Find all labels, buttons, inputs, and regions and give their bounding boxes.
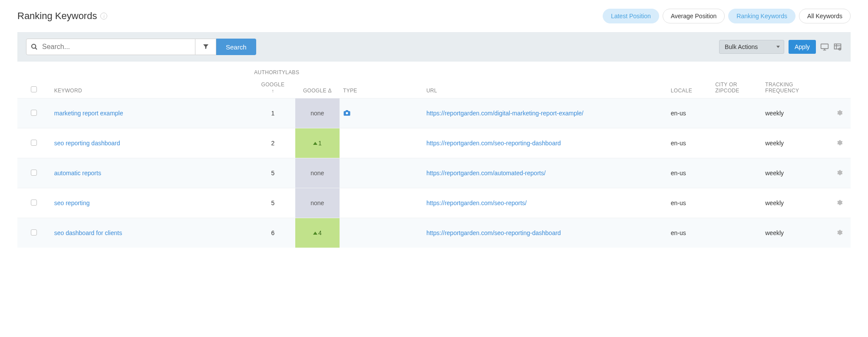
table-row: seo dashboard for clients64https://repor… — [17, 218, 851, 248]
keyword-link[interactable]: seo reporting — [54, 200, 90, 206]
toolbar: Search Bulk Actions Apply — [17, 32, 851, 62]
delta-value: none — [310, 170, 324, 177]
column-google[interactable]: GOOGLE ↑ — [251, 77, 295, 98]
frequency-value: weekly — [762, 128, 828, 158]
camera-icon[interactable] — [343, 109, 351, 117]
view-pill-3[interactable]: All Keywords — [799, 9, 851, 23]
locale-value: en-us — [667, 128, 712, 158]
google-delta-cell: none — [295, 188, 340, 218]
locale-value: en-us — [667, 218, 712, 248]
search-icon — [31, 43, 38, 50]
trend-up-icon — [313, 142, 317, 145]
table-row: seo reporting5nonehttps://reportgarden.c… — [17, 188, 851, 218]
city-value — [712, 158, 762, 188]
trend-up-icon — [313, 232, 317, 235]
delta-value: 4 — [318, 229, 322, 236]
filter-button[interactable] — [195, 39, 216, 55]
table-row: marketing report example1nonehttps://rep… — [17, 98, 851, 128]
frequency-value: weekly — [762, 188, 828, 218]
city-value — [712, 188, 762, 218]
locale-value: en-us — [667, 158, 712, 188]
column-city[interactable]: CITY OR ZIPCODE — [712, 77, 762, 98]
google-position: 1 — [251, 98, 295, 128]
bulk-actions-select[interactable]: Bulk Actions — [719, 40, 784, 54]
monitor-icon[interactable] — [820, 43, 829, 51]
google-position: 2 — [251, 128, 295, 158]
delta-value: none — [310, 200, 324, 206]
delta-value: 1 — [318, 140, 322, 147]
page-title: Ranking Keywords — [17, 10, 97, 22]
svg-point-9 — [346, 112, 348, 114]
google-delta-cell: none — [295, 158, 340, 188]
row-checkbox[interactable] — [31, 200, 37, 206]
gear-icon[interactable] — [836, 139, 843, 146]
gear-icon[interactable] — [836, 169, 843, 176]
url-link[interactable]: https://reportgarden.com/seo-reports/ — [426, 200, 527, 206]
view-pill-2[interactable]: Ranking Keywords — [728, 9, 795, 23]
column-url[interactable]: URL — [423, 77, 667, 98]
columns-settings-icon[interactable] — [833, 43, 842, 51]
city-value — [712, 98, 762, 128]
frequency-value: weekly — [762, 218, 828, 248]
column-keyword[interactable]: KEYWORD — [51, 77, 251, 98]
select-all-checkbox[interactable] — [31, 86, 37, 92]
gear-icon[interactable] — [836, 199, 843, 206]
keyword-link[interactable]: automatic reports — [54, 170, 101, 177]
search-button[interactable]: Search — [216, 39, 256, 55]
google-position: 6 — [251, 218, 295, 248]
sort-asc-icon: ↑ — [272, 88, 274, 93]
gear-icon[interactable] — [836, 109, 843, 116]
keyword-link[interactable]: seo reporting dashboard — [54, 140, 120, 147]
locale-value: en-us — [667, 188, 712, 218]
delta-value: none — [310, 110, 324, 117]
google-position: 5 — [251, 188, 295, 218]
gear-icon[interactable] — [836, 229, 843, 236]
view-pill-group: Latest PositionAverage PositionRanking K… — [603, 9, 851, 23]
info-icon[interactable]: i — [100, 13, 107, 20]
keyword-link[interactable]: seo dashboard for clients — [54, 229, 122, 236]
column-locale[interactable]: LOCALE — [667, 77, 712, 98]
google-delta-cell: 4 — [295, 218, 340, 248]
url-link[interactable]: https://reportgarden.com/seo-reporting-d… — [426, 229, 561, 236]
city-value — [712, 128, 762, 158]
row-checkbox[interactable] — [31, 229, 37, 236]
frequency-value: weekly — [762, 158, 828, 188]
column-google-delta[interactable]: GOOGLE Δ — [295, 77, 340, 98]
apply-button[interactable]: Apply — [789, 40, 816, 54]
city-value — [712, 218, 762, 248]
filter-icon — [202, 43, 209, 51]
row-checkbox[interactable] — [31, 110, 37, 116]
svg-line-1 — [35, 48, 37, 49]
row-checkbox[interactable] — [31, 170, 37, 176]
locale-value: en-us — [667, 98, 712, 128]
url-link[interactable]: https://reportgarden.com/automated-repor… — [426, 170, 546, 177]
frequency-value: weekly — [762, 98, 828, 128]
view-pill-1[interactable]: Average Position — [663, 9, 725, 23]
svg-point-0 — [32, 44, 36, 48]
row-checkbox[interactable] — [31, 140, 37, 146]
google-delta-cell: 1 — [295, 128, 340, 158]
table-row: seo reporting dashboard21https://reportg… — [17, 128, 851, 158]
svg-rect-2 — [821, 44, 828, 49]
search-input[interactable] — [38, 39, 195, 54]
view-pill-0[interactable]: Latest Position — [603, 9, 659, 23]
url-link[interactable]: https://reportgarden.com/digital-marketi… — [426, 110, 584, 117]
column-type[interactable]: TYPE — [340, 77, 423, 98]
url-link[interactable]: https://reportgarden.com/seo-reporting-d… — [426, 140, 561, 147]
keyword-link[interactable]: marketing report example — [54, 110, 123, 117]
column-group-authoritylabs: AUTHORITYLABS — [251, 62, 340, 77]
table-row: automatic reports5nonehttps://reportgard… — [17, 158, 851, 188]
google-position: 5 — [251, 158, 295, 188]
column-freq[interactable]: TRACKING FREQUENCY — [762, 77, 828, 98]
google-delta-cell: none — [295, 98, 340, 128]
